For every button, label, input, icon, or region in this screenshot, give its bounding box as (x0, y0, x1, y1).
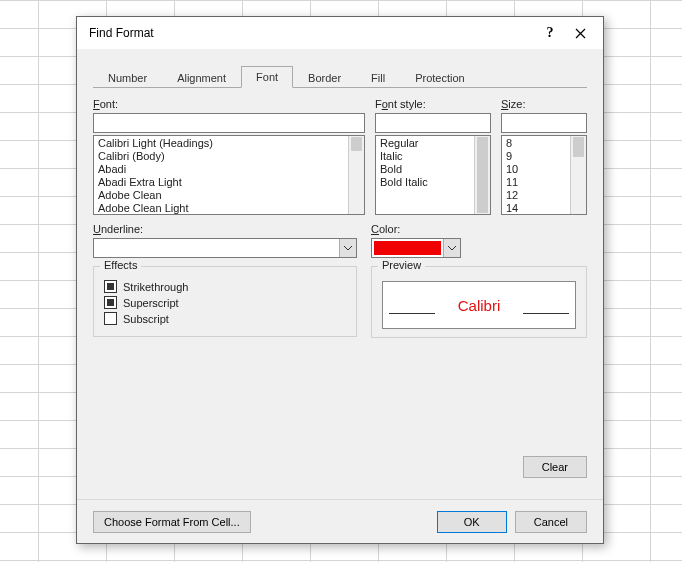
cancel-button[interactable]: Cancel (515, 511, 587, 533)
dialog-footer: Choose Format From Cell... OK Cancel (77, 499, 603, 543)
color-swatch (374, 241, 441, 255)
tab-protection[interactable]: Protection (400, 67, 480, 88)
font-style-label: Font style: (375, 98, 491, 110)
subscript-label: Subscript (123, 313, 169, 325)
preview-box: Calibri (382, 281, 576, 329)
color-combo[interactable] (371, 238, 461, 258)
preview-group: Preview Calibri (371, 266, 587, 338)
tab-strip: Number Alignment Font Border Fill Protec… (77, 61, 603, 87)
tab-border[interactable]: Border (293, 67, 356, 88)
style-item[interactable]: Bold (378, 163, 488, 176)
subscript-checkbox[interactable] (104, 312, 117, 325)
titlebar: Find Format ? (77, 17, 603, 49)
font-item[interactable]: Adobe Clean Light (96, 202, 362, 215)
ok-button[interactable]: OK (437, 511, 507, 533)
tab-alignment[interactable]: Alignment (162, 67, 241, 88)
style-item[interactable]: Bold Italic (378, 176, 488, 189)
strikethrough-checkbox[interactable] (104, 280, 117, 293)
effects-legend: Effects (100, 259, 141, 271)
style-item[interactable]: Regular (378, 137, 488, 150)
size-input[interactable] (501, 113, 587, 133)
clear-button[interactable]: Clear (523, 456, 587, 478)
chevron-down-icon (339, 239, 356, 257)
tab-fill[interactable]: Fill (356, 67, 400, 88)
find-format-dialog: Find Format ? Number Alignment Font Bord… (76, 16, 604, 544)
choose-format-button[interactable]: Choose Format From Cell... (93, 511, 251, 533)
effects-group: Effects Strikethrough Superscript Subscr… (93, 266, 357, 337)
font-label: Font: (93, 98, 365, 110)
font-listbox[interactable]: Calibri Light (Headings) Calibri (Body) … (93, 135, 365, 215)
close-button[interactable] (565, 19, 595, 47)
strikethrough-label: Strikethrough (123, 281, 188, 293)
size-label: Size: (501, 98, 587, 110)
underline-label: Underline: (93, 223, 357, 235)
scrollbar[interactable] (570, 136, 586, 214)
color-label: Color: (371, 223, 461, 235)
font-style-input[interactable] (375, 113, 491, 133)
help-button[interactable]: ? (535, 19, 565, 47)
font-item[interactable]: Adobe Clean (96, 189, 362, 202)
font-item[interactable]: Calibri Light (Headings) (96, 137, 362, 150)
scrollbar[interactable] (474, 136, 490, 214)
style-item[interactable]: Italic (378, 150, 488, 163)
tab-font[interactable]: Font (241, 66, 293, 88)
font-item[interactable]: Calibri (Body) (96, 150, 362, 163)
dialog-title: Find Format (89, 26, 535, 40)
underline-combo[interactable] (93, 238, 357, 258)
preview-legend: Preview (378, 259, 425, 271)
font-style-listbox[interactable]: Regular Italic Bold Bold Italic (375, 135, 491, 215)
font-item[interactable]: Abadi Extra Light (96, 176, 362, 189)
scrollbar[interactable] (348, 136, 364, 214)
preview-text: Calibri (458, 297, 501, 314)
size-listbox[interactable]: 8 9 10 11 12 14 (501, 135, 587, 215)
superscript-checkbox[interactable] (104, 296, 117, 309)
close-icon (575, 28, 586, 39)
chevron-down-icon (443, 239, 460, 257)
dialog-body: Font: Calibri Light (Headings) Calibri (… (77, 88, 603, 499)
font-item[interactable]: Abadi (96, 163, 362, 176)
superscript-label: Superscript (123, 297, 179, 309)
font-input[interactable] (93, 113, 365, 133)
tab-number[interactable]: Number (93, 67, 162, 88)
